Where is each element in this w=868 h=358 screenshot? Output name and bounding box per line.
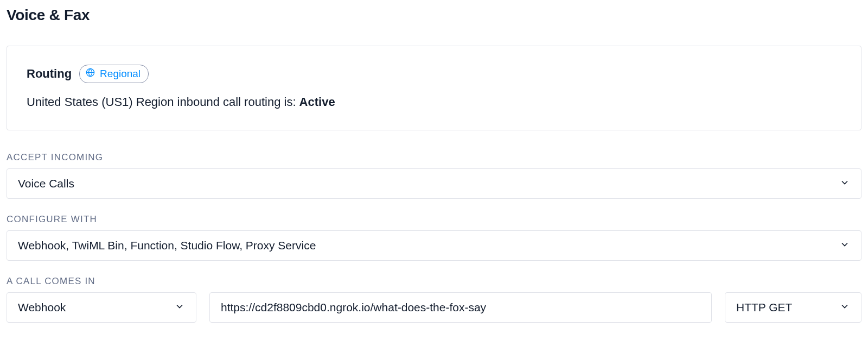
accept-incoming-group: ACCEPT INCOMING Voice Calls (7, 152, 861, 199)
accept-incoming-value: Voice Calls (18, 177, 74, 190)
http-method-select[interactable]: HTTP GET (725, 292, 861, 323)
regional-badge-text: Regional (100, 68, 141, 80)
configure-with-label: CONFIGURE WITH (7, 214, 861, 225)
regional-badge[interactable]: Regional (79, 65, 149, 83)
call-comes-in-label: A CALL COMES IN (7, 276, 861, 287)
globe-icon (85, 67, 95, 80)
chevron-down-icon (839, 239, 850, 253)
routing-status-prefix: United States (US1) Region inbound call … (27, 95, 299, 109)
chevron-down-icon (839, 301, 850, 315)
routing-header: Routing Regional (27, 65, 841, 83)
configure-with-value: Webhook, TwiML Bin, Function, Studio Flo… (18, 239, 316, 252)
call-handler-select[interactable]: Webhook (7, 292, 196, 323)
call-handler-value: Webhook (18, 301, 66, 314)
call-comes-in-group: A CALL COMES IN Webhook HTTP GET (7, 276, 861, 323)
chevron-down-icon (174, 301, 185, 315)
http-method-value: HTTP GET (736, 301, 792, 314)
routing-label: Routing (27, 67, 72, 81)
configure-with-group: CONFIGURE WITH Webhook, TwiML Bin, Funct… (7, 214, 861, 261)
routing-status-value: Active (299, 95, 335, 109)
accept-incoming-select[interactable]: Voice Calls (7, 168, 861, 199)
routing-status: United States (US1) Region inbound call … (27, 95, 841, 109)
routing-card: Routing Regional United States (US1) Reg… (7, 46, 861, 130)
accept-incoming-label: ACCEPT INCOMING (7, 152, 861, 163)
configure-with-select[interactable]: Webhook, TwiML Bin, Function, Studio Flo… (7, 230, 861, 261)
page-title: Voice & Fax (7, 7, 861, 24)
chevron-down-icon (839, 177, 850, 191)
webhook-url-input[interactable] (209, 292, 712, 323)
